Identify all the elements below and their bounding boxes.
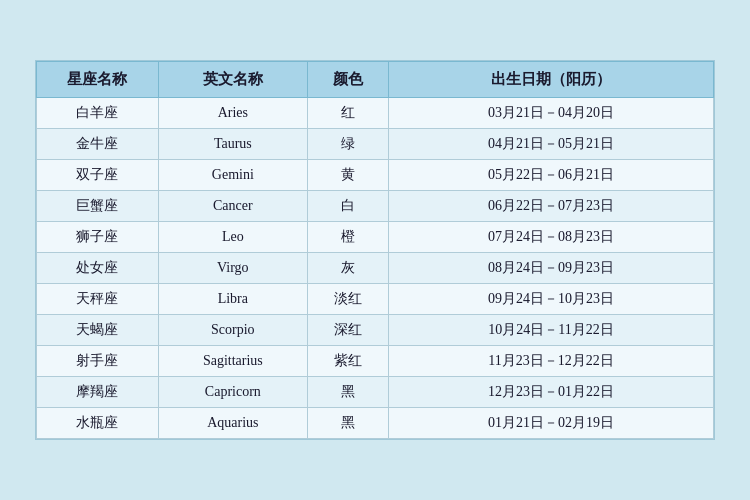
cell-date: 05月22日－06月21日: [389, 160, 714, 191]
cell-chinese: 双子座: [37, 160, 159, 191]
table-row: 狮子座Leo橙07月24日－08月23日: [37, 222, 714, 253]
cell-chinese: 处女座: [37, 253, 159, 284]
cell-date: 09月24日－10月23日: [389, 284, 714, 315]
table-row: 天蝎座Scorpio深红10月24日－11月22日: [37, 315, 714, 346]
cell-english: Aquarius: [158, 408, 307, 439]
table-row: 双子座Gemini黄05月22日－06月21日: [37, 160, 714, 191]
cell-chinese: 白羊座: [37, 98, 159, 129]
zodiac-table-container: 星座名称 英文名称 颜色 出生日期（阳历） 白羊座Aries红03月21日－04…: [35, 60, 715, 440]
cell-date: 04月21日－05月21日: [389, 129, 714, 160]
cell-color: 橙: [307, 222, 388, 253]
cell-date: 03月21日－04月20日: [389, 98, 714, 129]
cell-chinese: 摩羯座: [37, 377, 159, 408]
cell-english: Cancer: [158, 191, 307, 222]
cell-date: 01月21日－02月19日: [389, 408, 714, 439]
cell-chinese: 天蝎座: [37, 315, 159, 346]
cell-color: 黑: [307, 408, 388, 439]
table-header-row: 星座名称 英文名称 颜色 出生日期（阳历）: [37, 62, 714, 98]
cell-color: 黄: [307, 160, 388, 191]
cell-color: 红: [307, 98, 388, 129]
cell-date: 10月24日－11月22日: [389, 315, 714, 346]
cell-english: Scorpio: [158, 315, 307, 346]
cell-color: 紫红: [307, 346, 388, 377]
cell-color: 灰: [307, 253, 388, 284]
cell-english: Aries: [158, 98, 307, 129]
cell-english: Libra: [158, 284, 307, 315]
cell-english: Leo: [158, 222, 307, 253]
table-row: 摩羯座Capricorn黑12月23日－01月22日: [37, 377, 714, 408]
table-row: 射手座Sagittarius紫红11月23日－12月22日: [37, 346, 714, 377]
header-date: 出生日期（阳历）: [389, 62, 714, 98]
cell-chinese: 金牛座: [37, 129, 159, 160]
cell-chinese: 巨蟹座: [37, 191, 159, 222]
cell-color: 白: [307, 191, 388, 222]
cell-date: 07月24日－08月23日: [389, 222, 714, 253]
zodiac-table: 星座名称 英文名称 颜色 出生日期（阳历） 白羊座Aries红03月21日－04…: [36, 61, 714, 439]
cell-chinese: 水瓶座: [37, 408, 159, 439]
table-row: 白羊座Aries红03月21日－04月20日: [37, 98, 714, 129]
header-english: 英文名称: [158, 62, 307, 98]
cell-date: 12月23日－01月22日: [389, 377, 714, 408]
cell-color: 深红: [307, 315, 388, 346]
cell-chinese: 天秤座: [37, 284, 159, 315]
table-row: 金牛座Taurus绿04月21日－05月21日: [37, 129, 714, 160]
cell-english: Gemini: [158, 160, 307, 191]
cell-color: 淡红: [307, 284, 388, 315]
cell-english: Virgo: [158, 253, 307, 284]
cell-date: 06月22日－07月23日: [389, 191, 714, 222]
cell-color: 黑: [307, 377, 388, 408]
header-chinese: 星座名称: [37, 62, 159, 98]
cell-chinese: 狮子座: [37, 222, 159, 253]
table-body: 白羊座Aries红03月21日－04月20日金牛座Taurus绿04月21日－0…: [37, 98, 714, 439]
cell-chinese: 射手座: [37, 346, 159, 377]
cell-english: Sagittarius: [158, 346, 307, 377]
table-row: 巨蟹座Cancer白06月22日－07月23日: [37, 191, 714, 222]
header-color: 颜色: [307, 62, 388, 98]
table-row: 水瓶座Aquarius黑01月21日－02月19日: [37, 408, 714, 439]
table-row: 处女座Virgo灰08月24日－09月23日: [37, 253, 714, 284]
cell-date: 11月23日－12月22日: [389, 346, 714, 377]
cell-color: 绿: [307, 129, 388, 160]
cell-date: 08月24日－09月23日: [389, 253, 714, 284]
table-row: 天秤座Libra淡红09月24日－10月23日: [37, 284, 714, 315]
cell-english: Capricorn: [158, 377, 307, 408]
cell-english: Taurus: [158, 129, 307, 160]
